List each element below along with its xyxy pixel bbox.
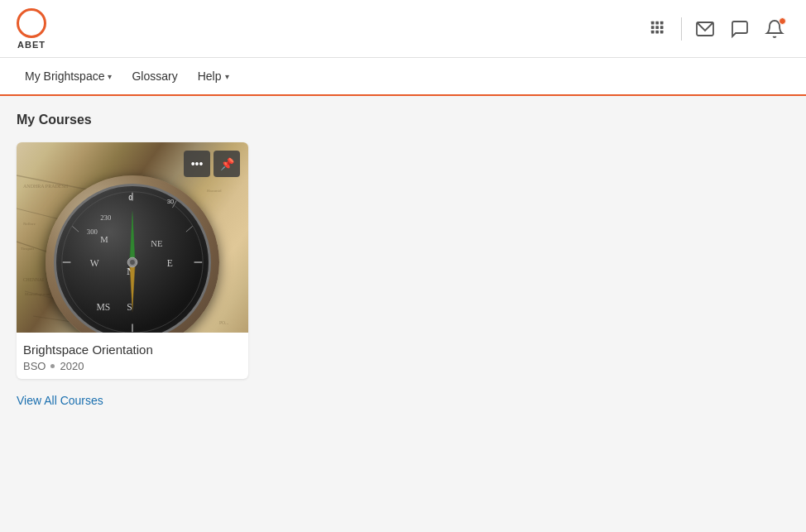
- svg-text:230: 230: [100, 213, 112, 222]
- app-launcher-button[interactable]: [645, 15, 673, 43]
- more-icon: •••: [191, 157, 204, 170]
- svg-rect-7: [655, 30, 659, 33]
- svg-text:300: 300: [87, 228, 98, 236]
- nav-label-help: Help: [198, 69, 222, 83]
- svg-text:30: 30: [167, 198, 175, 205]
- svg-rect-2: [660, 21, 664, 24]
- svg-text:MS: MS: [96, 302, 110, 313]
- svg-rect-3: [651, 26, 655, 29]
- meta-separator: [50, 364, 55, 368]
- nav-item-my-brightspace[interactable]: My Brightspace ▾: [17, 60, 120, 93]
- nav-item-glossary[interactable]: Glossary: [123, 60, 185, 93]
- svg-text:Nellore: Nellore: [23, 222, 36, 226]
- svg-point-48: [130, 260, 135, 265]
- compass-outer-ring: 0 30 N NE E S MS W M 300: [46, 175, 219, 333]
- svg-text:M: M: [100, 235, 108, 244]
- grid-icon: [650, 20, 668, 38]
- course-more-button[interactable]: •••: [184, 151, 210, 177]
- svg-rect-6: [651, 30, 655, 33]
- navbar: My Brightspace ▾ Glossary Help ▾: [0, 58, 806, 96]
- svg-text:NE: NE: [151, 239, 162, 248]
- notifications-button[interactable]: [760, 14, 789, 44]
- course-image-wrapper: ANDHRA PRADESH Nellore Tirupati CHENNAI …: [17, 142, 248, 333]
- svg-text:CHENNAI: CHENNAI: [23, 277, 44, 282]
- icon-separator: [681, 17, 682, 41]
- svg-text:W: W: [90, 258, 99, 269]
- svg-text:E: E: [167, 258, 173, 269]
- pin-icon: 📌: [220, 157, 234, 170]
- card-info: Brightspace Orientation BSO 2020: [17, 333, 248, 379]
- view-all-courses-link[interactable]: View All Courses: [17, 394, 103, 407]
- header: ABET: [0, 0, 806, 58]
- section-title: My Courses: [17, 113, 789, 127]
- course-card: ANDHRA PRADESH Nellore Tirupati CHENNAI …: [17, 142, 248, 379]
- logo: ABET: [17, 8, 46, 50]
- nav-label-my-brightspace: My Brightspace: [25, 69, 104, 83]
- svg-rect-4: [655, 26, 659, 29]
- svg-rect-8: [660, 30, 664, 33]
- notification-badge: [779, 17, 786, 25]
- logo-text: ABET: [17, 40, 46, 50]
- chevron-down-icon-help: ▾: [225, 72, 229, 81]
- nav-label-glossary: Glossary: [132, 69, 177, 83]
- svg-text:S: S: [127, 302, 132, 313]
- svg-line-40: [72, 226, 79, 232]
- mail-icon: [695, 19, 715, 39]
- header-icons: [645, 14, 789, 44]
- compass-face-svg: 0 30 N NE E S MS W M 300: [56, 186, 209, 333]
- main-content: My Courses ANDHRA PRADESH Nellore Tirupa…: [0, 96, 806, 532]
- chat-icon: [730, 19, 750, 39]
- svg-rect-1: [655, 21, 659, 24]
- nav-item-help[interactable]: Help ▾: [190, 60, 237, 93]
- svg-marker-44: [129, 210, 136, 262]
- svg-text:Tirupati: Tirupati: [21, 247, 35, 251]
- svg-text:PO...: PO...: [219, 320, 229, 325]
- mail-button[interactable]: [690, 14, 720, 44]
- svg-rect-5: [660, 26, 664, 29]
- course-pin-button[interactable]: 📌: [213, 151, 240, 177]
- course-meta: BSO 2020: [23, 360, 242, 372]
- card-actions: ••• 📌: [184, 151, 240, 177]
- chat-button[interactable]: [725, 14, 755, 44]
- svg-line-38: [186, 226, 193, 232]
- course-year: 2020: [60, 360, 84, 372]
- course-name: Brightspace Orientation: [23, 343, 242, 357]
- logo-circle: [17, 8, 46, 38]
- chevron-down-icon: ▾: [108, 72, 112, 81]
- svg-rect-0: [651, 21, 655, 24]
- course-code: BSO: [23, 360, 46, 372]
